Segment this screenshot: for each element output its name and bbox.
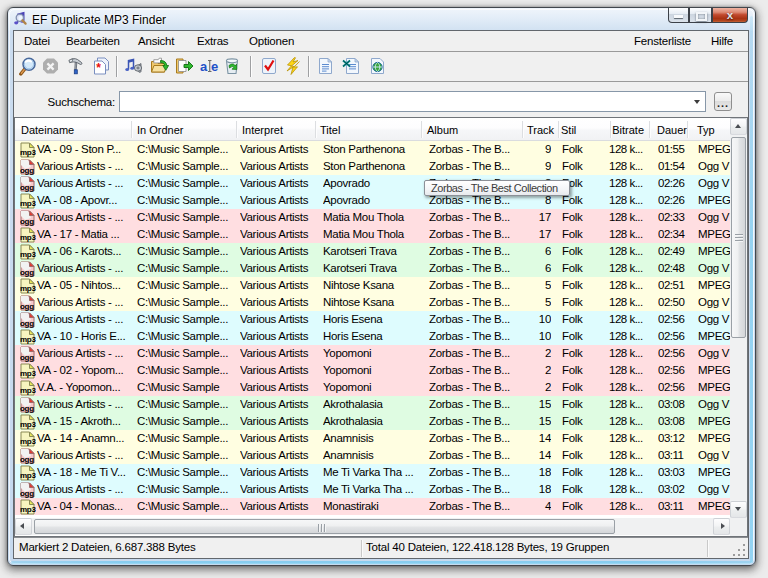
svg-text:mp3: mp3 (20, 471, 36, 480)
svg-text:ogg: ogg (20, 182, 34, 191)
svg-text:ogg: ogg (20, 454, 34, 463)
svg-text:ogg: ogg (20, 488, 34, 497)
svg-text:mp3: mp3 (20, 386, 36, 395)
svg-text:ogg: ogg (20, 318, 34, 327)
svg-text:ogg: ogg (20, 216, 34, 225)
svg-text:mp3: mp3 (20, 505, 36, 514)
svg-text:mp3: mp3 (20, 250, 36, 259)
svg-text:ogg: ogg (20, 301, 34, 310)
svg-text:mp3: mp3 (20, 233, 36, 242)
svg-text:ogg: ogg (20, 267, 34, 276)
svg-text:mp3: mp3 (20, 369, 36, 378)
svg-text:mp3: mp3 (20, 199, 36, 208)
svg-text:mp3: mp3 (20, 148, 36, 157)
svg-text:ogg: ogg (20, 403, 34, 412)
svg-text:ogg: ogg (20, 165, 34, 174)
svg-text:*: * (96, 61, 101, 75)
svg-text:a: a (200, 59, 208, 74)
svg-text:mp3: mp3 (20, 437, 36, 446)
svg-text:mp3: mp3 (20, 420, 36, 429)
svg-text:mp3: mp3 (20, 335, 36, 344)
svg-text:mp3: mp3 (20, 284, 36, 293)
svg-text:ogg: ogg (20, 352, 34, 361)
svg-text:e: e (211, 59, 218, 74)
